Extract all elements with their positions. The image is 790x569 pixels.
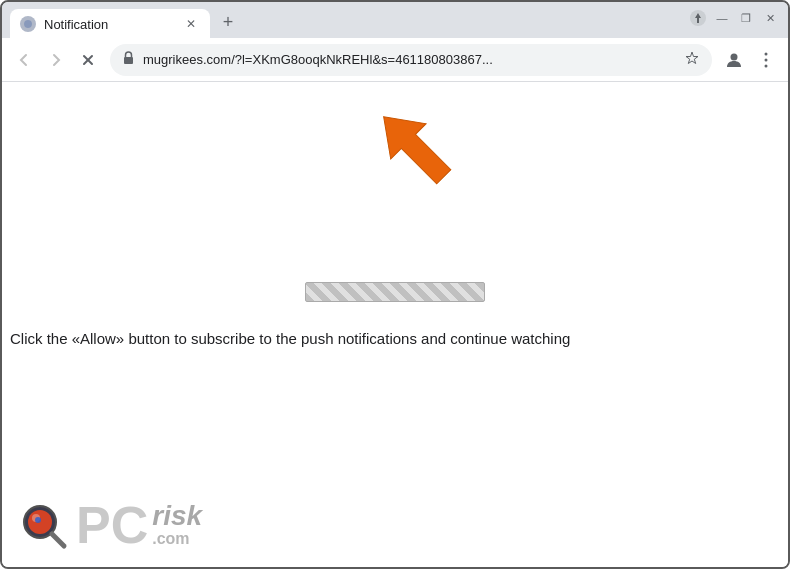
active-tab[interactable]: Notification ✕ xyxy=(10,9,210,39)
svg-marker-9 xyxy=(366,99,461,194)
back-button[interactable] xyxy=(10,46,38,74)
instruction-text: Click the «Allow» button to subscribe to… xyxy=(10,330,788,348)
url-text: mugrikees.com/?l=XKmG8ooqkNkREHl&s=46118… xyxy=(143,52,676,67)
profile-button[interactable] xyxy=(720,46,748,74)
svg-point-14 xyxy=(35,517,41,523)
svg-rect-4 xyxy=(124,57,133,64)
window-controls: — ❐ ✕ xyxy=(712,8,780,28)
tab-title: Notification xyxy=(44,17,174,32)
close-button[interactable]: ✕ xyxy=(760,8,780,28)
progress-bar xyxy=(305,282,485,302)
instruction-label: Click the «Allow» button to subscribe to… xyxy=(10,330,570,347)
svg-point-5 xyxy=(731,53,738,60)
browser-window: Notification ✕ + — ❐ ✕ xyxy=(0,0,790,569)
svg-point-6 xyxy=(765,52,768,55)
pc-text: PC xyxy=(76,499,148,551)
forward-button[interactable] xyxy=(42,46,70,74)
svg-point-7 xyxy=(765,58,768,61)
tab-close-button[interactable]: ✕ xyxy=(182,15,200,33)
maximize-button[interactable]: ❐ xyxy=(736,8,756,28)
svg-line-13 xyxy=(52,534,64,546)
title-bar: Notification ✕ + — ❐ ✕ xyxy=(2,2,788,38)
reload-button[interactable] xyxy=(74,46,102,74)
orange-arrow xyxy=(359,97,479,211)
watermark: PC risk .com xyxy=(18,499,202,551)
tab-favicon xyxy=(20,16,36,32)
new-tab-button[interactable]: + xyxy=(214,8,242,36)
com-text: .com xyxy=(152,530,202,548)
pcrisk-logo: PC risk .com xyxy=(76,499,202,551)
tab-area: Notification ✕ + xyxy=(10,2,684,38)
risk-text: risk xyxy=(152,502,202,530)
nav-bar: mugrikees.com/?l=XKmG8ooqkNkREHl&s=46118… xyxy=(2,38,788,82)
address-bar[interactable]: mugrikees.com/?l=XKmG8ooqkNkREHl&s=46118… xyxy=(110,44,712,76)
page-content: Click the «Allow» button to subscribe to… xyxy=(2,82,788,567)
svg-point-8 xyxy=(765,64,768,67)
minimize-button[interactable]: — xyxy=(712,8,732,28)
bookmark-icon[interactable] xyxy=(684,50,700,69)
download-icon[interactable] xyxy=(689,9,707,27)
menu-button[interactable] xyxy=(752,46,780,74)
lock-icon xyxy=(122,51,135,68)
progress-area xyxy=(305,282,485,302)
pcrisk-magnifier-icon xyxy=(18,500,68,550)
